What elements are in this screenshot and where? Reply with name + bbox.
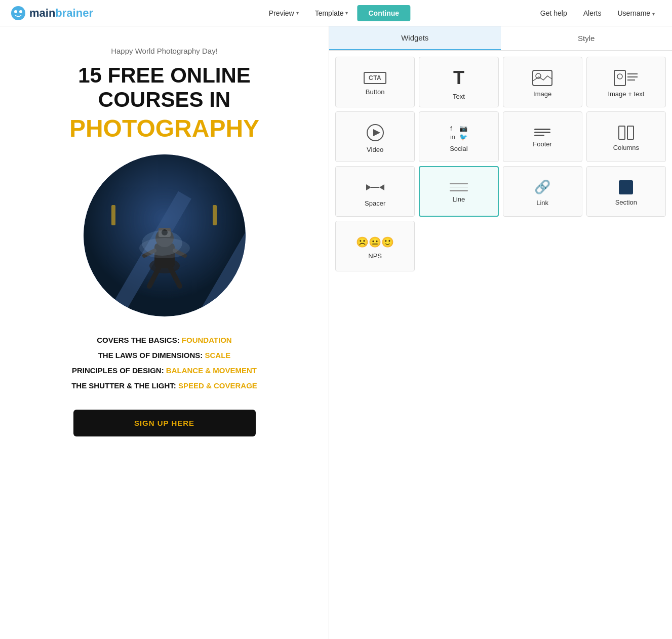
- footer-icon: [534, 129, 550, 136]
- widget-nps-label: NPS: [368, 252, 382, 260]
- navbar-center: Preview ▾ Template ▾ Continue: [262, 5, 410, 21]
- widget-text-label: Text: [453, 93, 465, 100]
- widget-footer[interactable]: Footer: [503, 111, 582, 162]
- canvas-cta-button[interactable]: SIGN UP HERE: [73, 410, 256, 436]
- widgets-grid: CTA Button T Text Image: [329, 51, 672, 277]
- logo: mainbrainer: [10, 5, 93, 21]
- svg-point-0: [11, 6, 25, 20]
- canvas-headline-gold: PHOTOGRAPHY: [69, 114, 259, 142]
- canvas: Happy World Photography Day! 15 FREE ONL…: [0, 26, 329, 639]
- widget-columns[interactable]: Columns: [586, 111, 666, 162]
- widget-link[interactable]: 🔗 Link: [503, 166, 582, 217]
- image-text-icon: [614, 70, 638, 86]
- widget-text[interactable]: T Text: [419, 57, 498, 107]
- preview-chevron: ▾: [296, 10, 299, 16]
- cta-icon: CTA: [364, 72, 386, 84]
- social-icon: f📷 in🐦: [450, 125, 467, 141]
- widget-columns-label: Columns: [613, 144, 639, 151]
- columns-icon: [618, 126, 634, 140]
- widget-image-text[interactable]: Image + text: [586, 57, 666, 107]
- svg-point-2: [19, 10, 22, 13]
- list-item: THE LAWS OF DIMENSIONS: SCALE: [71, 348, 257, 363]
- alerts-button[interactable]: Alerts: [576, 6, 609, 20]
- list-item: PRINCIPLES OF DESIGN: BALANCE & MOVEMENT: [71, 363, 257, 378]
- svg-rect-22: [614, 70, 625, 86]
- logo-icon: [10, 5, 26, 21]
- widget-spacer-label: Spacer: [365, 199, 385, 207]
- svg-rect-20: [533, 70, 552, 86]
- line-icon: [450, 183, 468, 191]
- get-help-button[interactable]: Get help: [533, 6, 574, 20]
- sidebar-tabs: Widgets Style: [329, 26, 672, 51]
- svg-point-1: [14, 10, 17, 13]
- username-chevron: ▾: [652, 11, 655, 17]
- navbar-right: Get help Alerts Username ▾: [533, 6, 662, 20]
- main-layout: Happy World Photography Day! 15 FREE ONL…: [0, 26, 672, 639]
- sidebar: Widgets Style CTA Button T Text: [329, 26, 672, 639]
- widget-line-label: Line: [453, 195, 465, 203]
- svg-rect-18: [111, 205, 115, 225]
- list-item: COVERS THE BASICS: FOUNDATION: [71, 333, 257, 348]
- logo-main-text: main: [29, 7, 55, 19]
- tab-style[interactable]: Style: [501, 26, 673, 50]
- svg-marker-28: [373, 129, 380, 136]
- template-menu[interactable]: Template ▾: [308, 6, 355, 20]
- canvas-course-list: COVERS THE BASICS: FOUNDATION THE LAWS O…: [71, 333, 257, 393]
- widget-video-label: Video: [367, 146, 383, 153]
- widget-social-label: Social: [450, 145, 467, 152]
- username-menu[interactable]: Username ▾: [611, 6, 662, 20]
- svg-point-17: [139, 238, 190, 258]
- text-icon: T: [453, 67, 464, 89]
- widget-section[interactable]: Section: [586, 166, 666, 217]
- svg-point-23: [617, 74, 622, 79]
- widget-link-label: Link: [536, 199, 548, 207]
- video-icon: [366, 124, 384, 142]
- widget-footer-label: Footer: [533, 140, 552, 148]
- widget-section-label: Section: [615, 198, 637, 206]
- nps-icon: ☹️😐🙂: [356, 236, 394, 248]
- widget-button[interactable]: CTA Button: [335, 57, 415, 107]
- link-icon: 🔗: [534, 179, 550, 195]
- image-icon: [532, 70, 552, 86]
- canvas-hero-image: [84, 154, 246, 316]
- section-icon: [619, 180, 633, 194]
- continue-button[interactable]: Continue: [357, 5, 410, 21]
- widget-button-label: Button: [366, 88, 385, 96]
- widget-image-label: Image: [533, 90, 551, 98]
- widget-image-text-label: Image + text: [608, 90, 644, 98]
- widget-image[interactable]: Image: [503, 57, 582, 107]
- tab-widgets[interactable]: Widgets: [329, 26, 501, 50]
- preview-menu[interactable]: Preview ▾: [262, 6, 306, 20]
- navbar: mainbrainer Preview ▾ Template ▾ Continu…: [0, 0, 672, 26]
- list-item: THE SHUTTER & THE LIGHT: SPEED & COVERAG…: [71, 378, 257, 393]
- widget-social[interactable]: f📷 in🐦 Social: [419, 111, 498, 162]
- svg-marker-29: [366, 184, 371, 190]
- spacer-icon: [365, 179, 385, 195]
- svg-marker-30: [379, 184, 384, 190]
- template-chevron: ▾: [345, 10, 348, 16]
- canvas-headline: 15 FREE ONLINE COURSES IN: [78, 63, 251, 112]
- svg-rect-19: [213, 205, 217, 225]
- canvas-subtitle: Happy World Photography Day!: [111, 47, 218, 55]
- widget-nps[interactable]: ☹️😐🙂 NPS: [335, 221, 415, 271]
- widget-spacer[interactable]: Spacer: [335, 166, 415, 217]
- widget-line[interactable]: Line: [419, 166, 498, 217]
- widget-video[interactable]: Video: [335, 111, 415, 162]
- logo-brainer-text: brainer: [55, 7, 93, 19]
